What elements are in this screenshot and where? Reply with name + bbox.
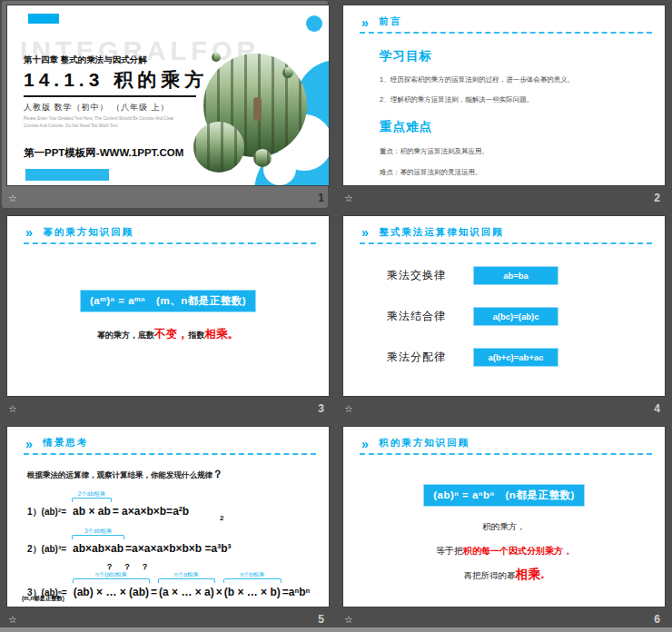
keypoint-item: 重点：积的乘方运算法则及其应用。: [380, 147, 665, 156]
slide-cell-3: » 幂的乘方知识回顾 (aᵐ)ⁿ = aᵐⁿ (m、n都是正整数) 幂的乘方，底…: [0, 211, 336, 421]
accent-dot: [306, 15, 322, 32]
slide-cell-4: » 整式乘法运算律知识回顾 乘法交换律 ab=ba 乘法结合律 a(bc)=(a…: [336, 211, 672, 421]
chevrons-icon: »: [361, 14, 366, 30]
formula-box: (ab)ⁿ = aⁿbⁿ (n都是正整数): [423, 484, 584, 507]
slide-header: » 积的乘方知识回顾: [343, 427, 665, 451]
equation-row-3: ？ ？ ？ 3）(ab)ⁿ=(m,n都是正整数)n个(ab)相乘(ab) × ……: [27, 583, 329, 599]
dashed-divider: [24, 453, 316, 455]
slide-number: 4: [654, 402, 664, 415]
objective-item: 1、经历探索积的乘方的运算法则的过程，进一步体会幂的意义。: [380, 75, 665, 84]
slide-number: 1: [318, 192, 328, 204]
tiny-photo-dot2: [282, 67, 293, 78]
keypoint-item: 难点：幂的运算法则的灵活运用。: [380, 168, 665, 177]
header-title: 情景思考: [43, 437, 88, 448]
slide-number: 3: [318, 402, 328, 415]
chevrons-icon: »: [361, 435, 366, 451]
title-underline: [24, 95, 196, 97]
lesson-title: 14.1.3 积的乘方: [24, 67, 208, 93]
slide-number: 2: [654, 192, 664, 204]
slide-thumbnail-4[interactable]: » 整式乘法运算律知识回顾 乘法交换律 ab=ba 乘法结合律 a(bc)=(a…: [342, 215, 666, 397]
slide-thumbnail-6[interactable]: » 积的乘方知识回顾 (ab)ⁿ = aⁿbⁿ (n都是正整数) 积的乘方， 等…: [342, 426, 666, 607]
header-title: 幂的乘方知识回顾: [43, 226, 133, 237]
rule-line-3: 再把所得的幂相乘.: [343, 567, 665, 583]
slide-thumbnail-5[interactable]: » 情景思考 根据乘法的运算律，观察计算结果，你能发现什么规律？ 1）(ab)²…: [6, 426, 330, 607]
chapter-label: 第十四章 整式的乘法与因式分解: [24, 54, 147, 66]
accent-bar-top: [28, 14, 59, 24]
law-row: 乘法交换律 ab=ba: [387, 266, 665, 285]
section-heading: 学习目标: [380, 48, 665, 64]
kids-photo: [193, 122, 244, 173]
slide-header: » 情景思考: [7, 427, 329, 451]
rule-line-2: 等于把积的每一个因式分别乘方，: [343, 545, 665, 558]
small-photo-dot: [253, 149, 272, 167]
dashed-divider: [24, 242, 316, 244]
animation-star-icon[interactable]: ☆: [8, 404, 17, 414]
edition-label: 人教版 数学（初中） （八年级 上）: [24, 102, 170, 114]
slide-sorter-grid: INTEGRALFOR 第十四章 整式的乘法与因式分解 14.1.3 积的乘方: [0, 0, 672, 632]
law-formula-box: a(b+c)=ab+ac: [473, 348, 558, 367]
objective-item: 2、理解积的乘方运算法则，能解决一些实际问题。: [380, 95, 665, 104]
header-title: 前言: [379, 15, 401, 26]
slide-header: » 幂的乘方知识回顾: [7, 216, 329, 241]
equation-row-2: 2）(ab)³=3个ab相乘ab×ab×ab=a×a×a×b×b×b =a³b³: [27, 539, 329, 556]
animation-star-icon[interactable]: ☆: [8, 193, 17, 203]
animation-star-icon[interactable]: ☆: [8, 615, 17, 625]
tiny-photo-dot: [212, 53, 221, 62]
animation-star-icon[interactable]: ☆: [344, 615, 353, 625]
slide-cell-5: » 情景思考 根据乘法的运算律，观察计算结果，你能发现什么规律？ 1）(ab)²…: [0, 421, 336, 632]
formula-box: (aᵐ)ⁿ = aᵐⁿ (m、n都是正整数): [80, 290, 256, 312]
window-bottom-edge: [0, 627, 672, 632]
law-label: 乘法分配律: [387, 350, 446, 365]
header-title: 整式乘法运算律知识回顾: [379, 226, 504, 237]
question-prompt: 根据乘法的运算律，观察计算结果，你能发现什么规律？: [27, 467, 329, 482]
slide-thumbnail-1[interactable]: INTEGRALFOR 第十四章 整式的乘法与因式分解 14.1.3 积的乘方: [6, 5, 330, 186]
animation-star-icon[interactable]: ☆: [344, 404, 353, 414]
accent-bar-bottom: [25, 169, 109, 181]
animation-star-icon[interactable]: ☆: [344, 193, 353, 203]
header-title: 积的乘方知识回顾: [379, 437, 469, 448]
law-formula-box: ab=ba: [473, 266, 558, 285]
slide-number: 5: [318, 613, 328, 626]
law-label: 乘法交换律: [387, 268, 446, 283]
teacher-figure: [253, 97, 262, 121]
dashed-divider: [360, 453, 652, 455]
rule-sentence: 幂的乘方，底数不变，指数相乘。: [7, 327, 329, 342]
slide-cell-1: INTEGRALFOR 第十四章 整式的乘法与因式分解 14.1.3 积的乘方: [0, 0, 336, 211]
slide-number: 6: [654, 613, 664, 626]
wrapped-superscript: 2: [220, 514, 223, 522]
law-row: 乘法结合律 a(bc)=(ab)c: [387, 307, 665, 326]
law-formula-box: a(bc)=(ab)c: [473, 307, 558, 326]
template-site-label: 第一PPT模板网-WWW.1PPT.COM: [24, 146, 183, 160]
chevrons-icon: »: [361, 224, 366, 241]
dashed-divider: [360, 32, 652, 34]
law-label: 乘法结合律: [387, 309, 446, 324]
dashed-divider: [360, 242, 652, 244]
slide-header: » 前言: [343, 5, 665, 30]
condition-note: (m,n都是正整数): [22, 595, 64, 603]
filler-text: Please Enter Your Detailed Text Here, Th…: [24, 115, 178, 130]
rule-line-1: 积的乘方，: [343, 521, 665, 533]
equation-row-1: 1）(ab)²=2个ab相乘ab × ab= a×a×b×b=a²b 2: [27, 502, 329, 518]
law-row: 乘法分配律 a(b+c)=ab+ac: [387, 348, 665, 367]
chevrons-icon: »: [25, 435, 30, 451]
section-heading: 重点难点: [380, 119, 665, 135]
slide-thumbnail-2[interactable]: » 前言 学习目标 1、经历探索积的乘方的运算法则的过程，进一步体会幂的意义。 …: [342, 5, 666, 186]
slide-cell-2: » 前言 学习目标 1、经历探索积的乘方的运算法则的过程，进一步体会幂的意义。 …: [336, 0, 672, 211]
slide-header: » 整式乘法运算律知识回顾: [343, 216, 665, 241]
slide-thumbnail-3[interactable]: » 幂的乘方知识回顾 (aᵐ)ⁿ = aᵐⁿ (m、n都是正整数) 幂的乘方，底…: [6, 215, 330, 397]
slide-cell-6: » 积的乘方知识回顾 (ab)ⁿ = aⁿbⁿ (n都是正整数) 积的乘方， 等…: [336, 421, 672, 632]
chevrons-icon: »: [25, 224, 30, 241]
